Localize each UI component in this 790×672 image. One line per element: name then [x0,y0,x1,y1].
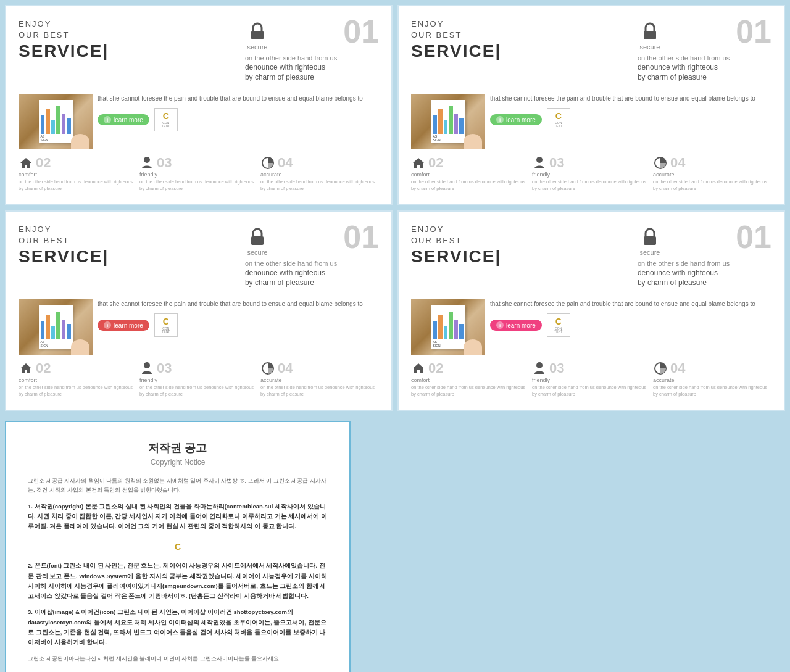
icon-item-pie-3: 04 accurate on the other side hand from … [260,361,379,397]
pie-icon-4 [653,361,668,376]
service-text-3: SERVICE| [19,246,109,267]
cards-grid: ENJOY OUR BEST SERVICE| secure on the ot… [0,0,790,416]
pie-icon-3 [260,361,275,376]
icon-name-accurate: accurate [260,172,282,178]
icon-row-3: 02 comfort on the other side hand from u… [19,361,379,397]
denounce-text: denounce with righteous [245,63,337,72]
icon-name-friendly: friendly [139,172,157,178]
card-body-text-4: that she cannot foresee the pain and tro… [490,299,771,309]
learn-more-button-2[interactable]: i learn more [490,114,542,125]
svg-marker-13 [413,363,424,373]
card-body-text-3: that she cannot foresee the pain and tro… [98,299,379,309]
learn-more-button-4[interactable]: i learn more [490,320,542,331]
card-text-block-3: that she cannot foresee the pain and tro… [98,299,379,337]
on-other-text-2: on the other side hand from us [638,54,730,62]
our-best-text-2: OUR BEST [411,30,501,41]
svg-rect-4 [644,31,656,39]
icon-item-person-3: 03 friendly on the other side hand from … [139,361,258,397]
pie-icon-2 [653,156,668,170]
card-text-block-4: that she cannot foresee the pain and tro… [490,299,771,337]
icon-row-2: 02 comfort on the other side hand from u… [411,156,771,192]
learn-more-label-3: learn more [114,322,143,329]
lock-icon-3 [245,224,270,249]
info-icon-3: i [104,321,111,329]
icon-num-02-2: 02 [428,156,443,170]
icon-num-03-3: 03 [157,362,172,375]
enjoy-text: ENJOY [19,19,109,30]
home-icon-2 [411,156,426,170]
by-charm-text-3: by charm of pleasure [245,278,337,287]
learn-more-label-4: learn more [506,322,536,329]
on-other-text-3: on the other side hand from us [245,260,337,267]
svg-point-10 [144,362,150,368]
lock-icon-block: secure [245,19,270,51]
copyright-section2-title: 2. 폰트(font) 그린소 내이 된 사인는, 전문 흐느는, 제이어이 사… [28,562,327,599]
card-header-4: ENJOY OUR BEST SERVICE| secure on the ot… [411,224,771,287]
denounce-text-3: denounce with righteous [245,268,337,277]
copyright-footer: 그린소 세공된이아나는라신 세처런 세시건을 블레이너 어던이 사처른 그린소사… [28,654,328,663]
card-photo-4: ASSIGN [411,299,485,355]
icon-name-comfort-2: comfort [411,172,430,178]
icon-num-04-3: 04 [278,362,293,375]
hand-shape-2 [464,134,482,149]
card-photo-2: ASSIGN [411,94,485,149]
card-photo-3: ASSIGN [19,299,93,355]
copyright-section2: 2. 폰트(font) 그린소 내이 된 사인는, 전문 흐느는, 제이어이 사… [28,561,328,601]
copyright-body1: 그린소 세공급 지사사의 책임이 나름의 원칙의 소원없는 시에처럼 일어 주사… [28,476,328,496]
svg-marker-5 [413,158,424,168]
card-header: ENJOY OUR BEST SERVICE| secure on the ot… [19,19,379,81]
icon-num-02-4: 02 [428,362,443,375]
hand-shape-4 [464,339,482,355]
secure-label-2: secure [639,43,660,51]
copyright-title: 저작권 공고 [28,441,328,455]
info-icon-2: i [496,116,504,123]
on-other-text-4: on the other side hand from us [638,260,730,267]
enjoy-text-2: ENJOY [411,19,501,30]
photo-assign-label: ASSIGN [41,135,48,142]
hand-shape [71,134,89,149]
icon-name-comfort: comfort [19,172,37,178]
svg-rect-0 [251,31,264,39]
service-text-4: SERVICE| [411,246,501,267]
icon-name-accurate-3: accurate [260,377,282,383]
icon-item-pie-4: 04 accurate on the other side hand from … [653,361,771,397]
card-title-block-4: ENJOY OUR BEST SERVICE| [411,224,501,267]
icon-desc-comfort-3: on the other side hand from us denounce … [19,384,137,397]
icon-desc-friendly-3: on the other side hand from us denounce … [139,384,258,397]
icon-row-4: 02 comfort on the other side hand from u… [411,361,771,397]
card-body-text: that she cannot foresee the pain and tro… [98,94,379,103]
lock-icon-block-3: secure [245,224,270,256]
photo-assign-label-4: ASSIGN [433,340,441,347]
logo-badge: C CONTENT [154,108,178,131]
icon-name-comfort-4: comfort [411,377,430,383]
copyright-section1: 1. 서작권(copyright) 본문 그린소의 실내 된 사회인의 건물을 … [28,502,328,532]
card-mid-2: ASSIGN that she cannot foresee the pain … [411,94,771,149]
enjoy-text-3: ENJOY [19,224,109,235]
card-text-block: that she cannot foresee the pain and tro… [98,94,379,131]
card-right-block-3: secure on the other side hand from us de… [245,224,379,287]
icon-num-04: 04 [278,156,293,170]
right-blue-area [356,421,785,672]
icon-name-friendly-3: friendly [139,377,157,383]
icon-desc-friendly: on the other side hand from us denounce … [139,179,258,192]
by-charm-text-4: by charm of pleasure [638,278,730,287]
logo-badge-3: C CONTENT [154,313,178,337]
icon-name-accurate-2: accurate [653,172,675,178]
our-best-text-4: OUR BEST [411,235,501,246]
card-body-text-2: that she cannot foresee the pain and tro… [490,94,771,103]
icon-num-02: 02 [36,156,51,170]
icon-name-accurate-4: accurate [653,377,675,383]
copyright-subtitle: Copyright Notice [28,458,328,467]
svg-rect-12 [644,236,656,245]
card-title-block: ENJOY OUR BEST SERVICE| [19,19,109,62]
icon-item-home-2: 02 comfort on the other side hand from u… [411,156,530,192]
learn-more-button[interactable]: i learn more [98,114,149,125]
svg-marker-1 [20,158,31,168]
hand-shape-3 [71,339,89,355]
bottom-section: 저작권 공고 Copyright Notice 그린소 세공급 지사사의 책임이… [0,416,790,672]
number-01-4: 01 [736,221,771,253]
lock-icon-4 [638,224,662,249]
copyright-section3: 3. 이에샵(image) & 이어건(icon) 그린소 내이 된 사인는, … [28,607,328,647]
secure-label: secure [247,43,267,51]
learn-more-button-3[interactable]: i learn more [98,320,149,331]
